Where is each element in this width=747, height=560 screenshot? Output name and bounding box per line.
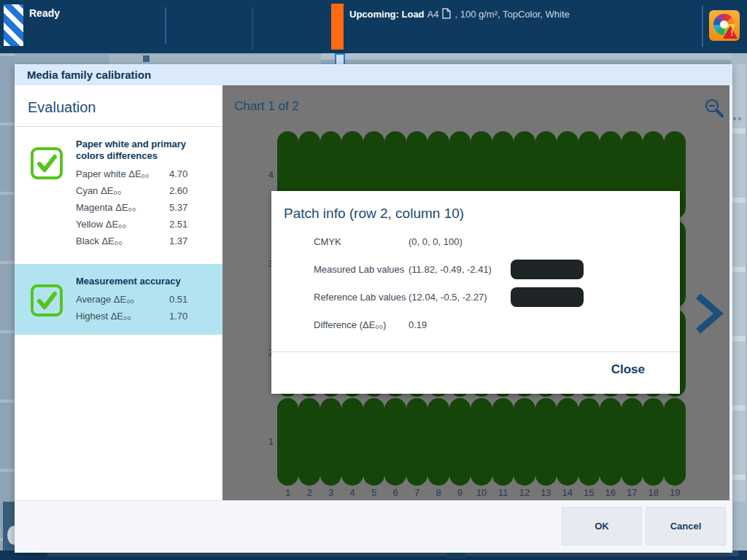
patch-info-row: CMYK (0, 0, 0, 100)	[314, 232, 680, 252]
app-root: Ready Upcoming: Load A4 , 100 g/m², TopC…	[0, 0, 747, 560]
patch[interactable]	[471, 398, 492, 486]
patch[interactable]	[427, 398, 449, 486]
column-label: 13	[535, 487, 557, 498]
column-label: 19	[664, 487, 685, 498]
sheet-icon	[442, 8, 451, 19]
dialog-right-edge	[729, 85, 732, 500]
topbar-divider	[702, 6, 703, 47]
lab-swatch	[511, 260, 584, 279]
dimmed-background-right	[731, 53, 747, 560]
patch[interactable]	[406, 398, 427, 486]
topbar-divider	[165, 7, 166, 44]
evaluation-section-paper-white[interactable]: Paper white and primary colors differenc…	[15, 127, 222, 260]
column-label: 15	[578, 487, 600, 498]
topbar-divider	[252, 7, 253, 50]
column-label: 2	[298, 487, 320, 498]
color-calibration-alert-button[interactable]: !	[709, 10, 740, 41]
patch[interactable]	[578, 398, 600, 486]
column-label: 6	[384, 487, 406, 498]
evaluation-section-measurement-accuracy[interactable]: Measurement accuracy Average ΔE₀₀ 0.51 H…	[15, 264, 222, 335]
patch[interactable]	[643, 398, 664, 486]
patch[interactable]	[277, 398, 298, 486]
patch[interactable]	[514, 398, 535, 486]
column-label: 17	[622, 487, 643, 498]
patch[interactable]	[384, 398, 406, 486]
column-label: 8	[427, 487, 449, 498]
close-button[interactable]: Close	[607, 362, 649, 378]
patch-info-row: Difference (ΔE₀₀) 0.19	[314, 315, 680, 335]
top-status-bar: Ready Upcoming: Load A4 , 100 g/m², TopC…	[0, 0, 747, 53]
patch[interactable]	[600, 398, 621, 486]
column-label: 14	[557, 487, 578, 498]
patch-info-title: Patch info (row 2, column 10)	[271, 191, 680, 232]
dialog-title: Media family calibration	[15, 64, 732, 85]
patch[interactable]	[622, 398, 643, 486]
patch-row	[277, 398, 686, 486]
printer-status-text: Ready	[29, 7, 60, 19]
patch[interactable]	[535, 398, 557, 486]
column-label: 4	[341, 487, 363, 498]
column-label: 12	[514, 487, 535, 498]
upcoming-details: , 100 g/m², TopColor, White	[454, 9, 569, 20]
column-label: 9	[449, 487, 471, 498]
patch[interactable]	[320, 398, 341, 486]
chevron-right-icon	[692, 292, 724, 335]
column-label: 7	[406, 487, 427, 498]
next-chart-button[interactable]	[691, 292, 726, 336]
patch-info-dialog: Patch info (row 2, column 10) CMYK (0, 0…	[271, 191, 680, 394]
column-label: 1	[277, 487, 298, 498]
dimmed-background-top	[0, 53, 747, 64]
patch[interactable]	[298, 398, 320, 486]
column-label: 10	[471, 487, 492, 498]
row-label: 1	[255, 436, 274, 447]
row-label: 4	[255, 169, 274, 180]
lab-swatch	[511, 287, 584, 307]
divider	[271, 351, 680, 352]
metric-row: Magenta ΔE₀₀ 5.37	[76, 199, 217, 216]
dialog-footer: OK Cancel	[15, 500, 732, 553]
column-label: 16	[600, 487, 621, 498]
evaluation-panel: Evaluation Paper white and primary color…	[15, 85, 222, 500]
warning-exclamation: !	[731, 29, 733, 37]
metric-row: Average ΔE₀₀ 0.51	[76, 291, 217, 308]
patch-info-row: Reference Lab values (12.04, -0.5, -2.27…	[314, 287, 680, 307]
patch[interactable]	[341, 398, 363, 486]
metric-row: Cyan ΔE₀₀ 2.60	[76, 182, 217, 199]
cancel-button[interactable]: Cancel	[646, 507, 726, 545]
ok-button[interactable]: OK	[562, 507, 642, 545]
column-labels: 12345678910111213141516171819	[277, 487, 686, 498]
check-icon	[31, 284, 63, 316]
check-icon	[31, 147, 63, 179]
zoom-out-icon	[704, 98, 724, 118]
patch[interactable]	[492, 398, 514, 486]
section-heading: Paper white and primary colors differenc…	[76, 139, 217, 162]
metric-row: Black ΔE₀₀ 1.37	[76, 233, 217, 249]
patch[interactable]	[363, 398, 384, 486]
media-loading-icon	[4, 4, 23, 46]
evaluation-heading: Evaluation	[15, 85, 222, 126]
patch[interactable]	[557, 398, 578, 486]
column-label: 5	[363, 487, 384, 498]
metric-row: Paper white ΔE₀₀ 4.70	[76, 166, 217, 182]
zoom-out-button[interactable]	[703, 97, 726, 120]
column-label: 18	[643, 487, 664, 498]
column-label: 3	[320, 487, 341, 498]
upcoming-job-indicator	[331, 4, 344, 50]
upcoming-job-text: Upcoming: Load A4 , 100 g/m², TopColor, …	[349, 8, 570, 20]
upcoming-media: A4	[427, 9, 439, 20]
section-heading: Measurement accuracy	[76, 276, 217, 287]
patch[interactable]	[449, 398, 471, 486]
dimmed-background-left	[0, 53, 15, 560]
metric-row: Highest ΔE₀₀ 1.70	[76, 308, 217, 324]
metric-row: Yellow ΔE₀₀ 2.51	[76, 216, 217, 233]
patch[interactable]	[664, 398, 685, 486]
upcoming-label: Upcoming: Load	[349, 9, 425, 20]
patch-info-row: Measured Lab values (11.82, -0.49, -2.41…	[314, 260, 680, 279]
column-label: 11	[492, 487, 514, 498]
